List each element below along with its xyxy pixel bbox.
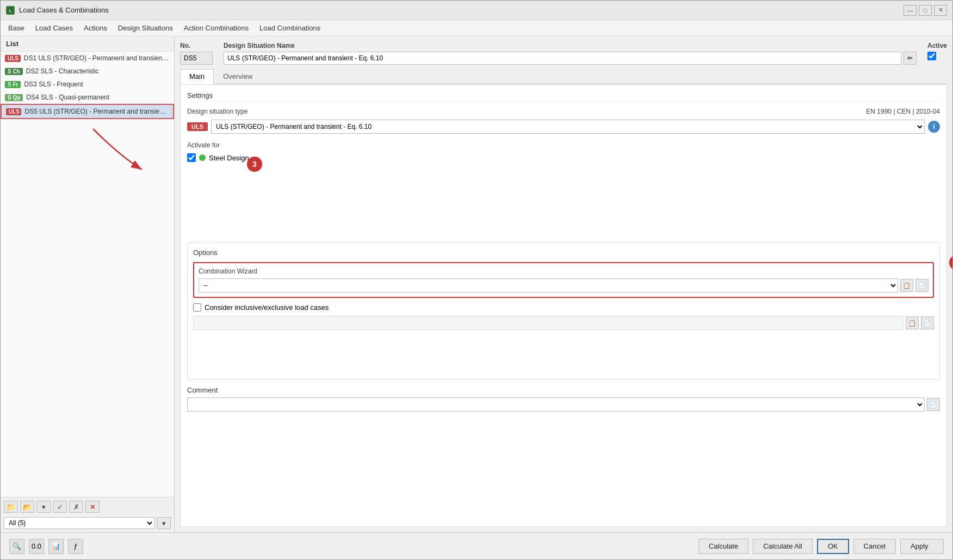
formula-tool-button[interactable]: ƒ <box>68 539 83 554</box>
counter-tool-button[interactable]: 0.0 <box>29 539 44 554</box>
consider-input-disabled <box>193 316 904 330</box>
filter-dropdown-btn[interactable]: ▾ <box>157 517 171 529</box>
badge-sch: S Ch <box>5 68 23 75</box>
annotation-bubble-4: 4 <box>949 255 952 270</box>
combo-wizard-label: Combination Wizard <box>199 267 929 275</box>
apply-button[interactable]: Apply <box>900 539 944 554</box>
name-section: Design Situation Name ✏ <box>224 42 917 65</box>
dropdown-btn[interactable]: ▾ <box>36 501 51 513</box>
comment-section: Comment 📄 <box>187 386 940 412</box>
disabled-row: 📋 📄 <box>193 316 934 330</box>
menu-load-cases[interactable]: Load Cases <box>30 22 78 34</box>
combo-wizard-box: Combination Wizard -- 📋 📄 <box>193 262 934 298</box>
close-button[interactable]: ✕ <box>934 5 947 16</box>
bottom-bar: 🔍 0.0 📊 ƒ Calculate Calculate All OK Can… <box>1 532 952 559</box>
settings-section: Settings Design situation type EN 1990 |… <box>187 91 940 162</box>
list-item-text: DS2 SLS - Characteristic <box>26 67 98 75</box>
menu-load-combinations[interactable]: Load Combinations <box>254 22 326 34</box>
annotation-bubble-3: 3 <box>247 157 262 172</box>
info-button[interactable]: i <box>928 121 940 133</box>
name-label: Design Situation Name <box>224 42 917 49</box>
tabs-area: Main Overview Settings Design situation … <box>180 69 947 527</box>
consider-paste-btn[interactable]: 📄 <box>921 316 934 329</box>
list-item[interactable]: ULS DS1 ULS (STR/GEO) - Permanent and tr… <box>1 52 174 65</box>
check-button[interactable]: ✓ <box>53 501 67 513</box>
comment-copy-btn[interactable]: 📄 <box>927 398 940 411</box>
type-badge: ULS <box>187 122 208 131</box>
uncheck-button[interactable]: ✗ <box>69 501 83 513</box>
type-dropdown-row: ULS ULS (STR/GEO) - Permanent and transi… <box>187 120 940 134</box>
combo-copy-button[interactable]: 📋 <box>900 279 913 292</box>
steel-design-row: Steel Design <box>187 153 940 162</box>
title-bar: L Load Cases & Combinations — □ ✕ <box>1 1 952 20</box>
bottom-actions: Calculate Calculate All OK Cancel Apply <box>698 539 944 554</box>
comment-select[interactable] <box>187 397 925 412</box>
settings-title: Settings <box>187 91 940 102</box>
top-row: No. Design Situation Name ✏ Active <box>180 42 947 65</box>
delete-button[interactable]: ✕ <box>85 501 100 513</box>
edit-name-button[interactable]: ✏ <box>904 52 917 65</box>
type-select[interactable]: ULS (STR/GEO) - Permanent and transient … <box>211 120 925 134</box>
design-type-row: Design situation type EN 1990 | CEN | 20… <box>187 108 940 115</box>
combo-paste-button[interactable]: 📄 <box>915 279 929 292</box>
list-item-text: DS5 ULS (STR/GEO) - Permanent and transi… <box>24 108 169 115</box>
list-item[interactable]: S Qp DS4 SLS - Quasi-permanent <box>1 91 174 104</box>
design-type-label: Design situation type <box>187 108 247 115</box>
steel-design-checkbox[interactable] <box>187 153 196 162</box>
list-item[interactable]: S Fr DS3 SLS - Frequent <box>1 78 174 91</box>
combo-wizard-select[interactable]: -- <box>199 278 898 293</box>
tab-main[interactable]: Main <box>180 69 214 84</box>
menu-action-combinations[interactable]: Action Combinations <box>178 22 254 34</box>
consider-copy-btn[interactable]: 📋 <box>906 316 919 329</box>
minimize-button[interactable]: — <box>904 5 917 16</box>
cancel-button[interactable]: Cancel <box>853 539 896 554</box>
active-label: Active <box>927 42 947 49</box>
tab-content: Settings Design situation type EN 1990 |… <box>180 84 947 527</box>
calculate-all-button[interactable]: Calculate All <box>753 539 813 554</box>
menu-bar: Base Load Cases Actions Design Situation… <box>1 20 952 36</box>
tab-bar: Main Overview <box>180 69 947 84</box>
list-header: List <box>1 36 174 52</box>
menu-base[interactable]: Base <box>3 22 30 34</box>
active-checkbox[interactable] <box>927 52 936 60</box>
badge-sfr: S Fr <box>5 81 21 88</box>
ok-button[interactable]: OK <box>817 539 849 554</box>
list-item-text: DS3 SLS - Frequent <box>24 80 83 88</box>
menu-design-situations[interactable]: Design Situations <box>113 22 178 34</box>
no-input[interactable] <box>180 52 213 65</box>
badge-sqp: S Qp <box>5 94 23 101</box>
options-section: Options Combination Wizard -- 📋 📄 <box>187 242 940 379</box>
name-input[interactable] <box>224 52 901 65</box>
left-panel: List ULS DS1 ULS (STR/GEO) - Permanent a… <box>1 36 175 532</box>
graph-tool-button[interactable]: 📊 <box>48 539 64 554</box>
list-item-text: DS4 SLS - Quasi-permanent <box>26 94 109 101</box>
list-items: ULS DS1 ULS (STR/GEO) - Permanent and tr… <box>1 52 174 497</box>
tab-overview[interactable]: Overview <box>214 69 262 83</box>
bottom-tools: 🔍 0.0 📊 ƒ <box>9 539 83 554</box>
calculate-button[interactable]: Calculate <box>698 539 748 554</box>
activate-for-section: Activate for Steel Design 3 <box>187 141 940 162</box>
activate-for-label: Activate for <box>187 141 940 149</box>
no-section: No. <box>180 42 213 65</box>
menu-actions[interactable]: Actions <box>78 22 113 34</box>
list-item-selected[interactable]: ULS DS5 ULS (STR/GEO) - Permanent and tr… <box>1 104 174 119</box>
standard-value: EN 1990 | CEN | 2010-04 <box>866 108 940 115</box>
add-button[interactable]: 📁 <box>4 501 18 513</box>
list-item[interactable]: S Ch DS2 SLS - Characteristic <box>1 65 174 78</box>
consider-checkbox[interactable] <box>193 303 201 312</box>
svg-text:L: L <box>9 8 12 13</box>
search-tool-button[interactable]: 🔍 <box>9 539 24 554</box>
window-title: Load Cases & Combinations <box>19 6 109 14</box>
window-controls: — □ ✕ <box>904 5 947 16</box>
badge-uls: ULS <box>5 55 21 62</box>
folder-button[interactable]: 📂 <box>20 501 34 513</box>
filter-select[interactable]: All (5) <box>4 517 154 529</box>
green-dot-icon <box>199 154 206 161</box>
badge-uls: ULS <box>6 108 21 115</box>
maximize-button[interactable]: □ <box>919 5 932 16</box>
active-section: Active <box>927 42 947 60</box>
app-icon: L <box>6 6 15 15</box>
options-title: Options <box>193 248 934 257</box>
list-item-text: DS1 ULS (STR/GEO) - Permanent and transi… <box>24 54 170 62</box>
steel-design-label: Steel Design <box>209 154 249 162</box>
